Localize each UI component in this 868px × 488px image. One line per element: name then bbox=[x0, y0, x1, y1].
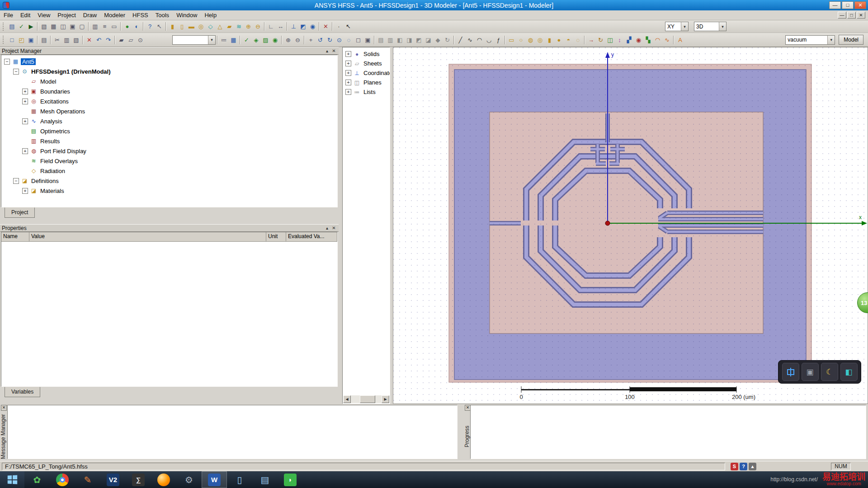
delete-icon[interactable]: ✕ bbox=[321, 22, 330, 31]
properties-column-name[interactable]: Name bbox=[1, 232, 29, 241]
view-front-icon[interactable]: ◩ bbox=[414, 35, 424, 45]
tree-node-definitions-label[interactable]: Definitions bbox=[30, 178, 60, 184]
view-mode-combo-arrow-icon[interactable]: ▾ bbox=[719, 22, 726, 31]
tree-node-materials-label[interactable]: Materials bbox=[39, 188, 66, 194]
perfect-e-boundary-icon[interactable]: ▮ bbox=[168, 22, 177, 31]
edit-cs-icon[interactable]: ◉ bbox=[308, 22, 317, 31]
show-hide-icon[interactable]: ◉ bbox=[270, 35, 280, 45]
sweep-axis-icon[interactable]: ◠ bbox=[653, 35, 662, 45]
master-boundary-icon[interactable]: ⊕ bbox=[244, 22, 253, 31]
menu-hfss[interactable]: HFSS bbox=[129, 11, 152, 19]
draw-torus-icon[interactable]: ◌ bbox=[573, 35, 583, 45]
minimize-button[interactable]: — bbox=[829, 1, 841, 9]
boolean-unite-icon[interactable]: ● bbox=[123, 22, 132, 31]
undo-icon[interactable]: ↶ bbox=[94, 35, 104, 45]
status-ime-icon[interactable]: S bbox=[731, 463, 738, 470]
taskbar-app-pen[interactable]: ✎ bbox=[75, 471, 100, 488]
view-bottom-icon[interactable]: ▥ bbox=[386, 35, 395, 45]
tree-node-port-field-display[interactable]: +◍Port Field Display bbox=[1, 146, 337, 156]
tree-node-excitations-label[interactable]: Excitations bbox=[39, 98, 70, 105]
analyze-all-icon[interactable]: ▶ bbox=[26, 22, 36, 31]
tree-node-definitions[interactable]: −◪Definitions bbox=[1, 176, 337, 186]
pan-icon[interactable]: + bbox=[306, 35, 316, 45]
tree-node-model-label[interactable]: Model bbox=[39, 78, 57, 85]
model-tree-solids[interactable]: +●Solids bbox=[343, 49, 390, 59]
open-file-icon[interactable]: ◰ bbox=[17, 35, 26, 45]
zoom-in-icon[interactable]: ⊕ bbox=[283, 35, 293, 45]
tree-node-excitations-expand-toggle[interactable]: + bbox=[22, 99, 28, 104]
menu-modeler[interactable]: Modeler bbox=[100, 11, 129, 19]
draw-cylinder-icon[interactable]: ● bbox=[554, 35, 564, 45]
taskbar-app-v2[interactable]: V2 bbox=[100, 471, 126, 488]
slave-boundary-icon[interactable]: ⊖ bbox=[253, 22, 263, 31]
model-tree-planes-expand-toggle[interactable]: + bbox=[345, 80, 351, 85]
tree-node-boundaries-expand-toggle[interactable]: + bbox=[22, 89, 28, 94]
drawing-plane-combo[interactable]: XY▾ bbox=[665, 22, 689, 31]
tree-node-hfssdesign1-label[interactable]: HFSSDesign1 (DrivenModal) bbox=[30, 68, 112, 75]
model-check-icon[interactable]: ✓ bbox=[242, 35, 251, 45]
fit-selection-icon[interactable]: ▣ bbox=[363, 35, 373, 45]
model-tree-coordinate-label[interactable]: Coordinate bbox=[362, 70, 390, 76]
tree-node-boundaries[interactable]: +▣Boundaries bbox=[1, 86, 337, 96]
draw-spline-icon[interactable]: ∿ bbox=[465, 35, 475, 45]
move-icon[interactable]: → bbox=[586, 35, 596, 45]
tree-node-mesh-operations-label[interactable]: Mesh Operations bbox=[39, 108, 86, 115]
menu-window[interactable]: Window bbox=[173, 11, 201, 19]
taskbar-start-button[interactable] bbox=[0, 471, 24, 488]
tree-node-results-label[interactable]: Results bbox=[39, 138, 61, 145]
select-mode-icon[interactable]: ⊙ bbox=[136, 35, 145, 45]
draw-box-icon[interactable]: ▮ bbox=[545, 35, 554, 45]
scroll-right-arrow[interactable]: ▶ bbox=[382, 395, 389, 403]
panel-collapse-button[interactable]: ▴ bbox=[324, 48, 330, 53]
material-combo-arrow-icon[interactable]: ▾ bbox=[827, 36, 835, 44]
pml-boundary-icon[interactable]: ▰ bbox=[225, 22, 234, 31]
grid-display-icon[interactable]: ▦ bbox=[229, 35, 238, 45]
tree-node-optimetrics[interactable]: ▤Optimetrics bbox=[1, 126, 337, 136]
view-top-icon[interactable]: ▤ bbox=[376, 35, 386, 45]
attributes-icon[interactable]: ≔ bbox=[219, 35, 229, 45]
drawing-plane-combo-arrow-icon[interactable]: ▾ bbox=[681, 22, 688, 31]
mdi-minimize-button[interactable]: — bbox=[838, 12, 846, 19]
status-tray-icon[interactable]: ▴ bbox=[749, 463, 756, 470]
panel-close-button[interactable]: ✕ bbox=[1, 405, 7, 411]
rotate-icon[interactable]: ↻ bbox=[596, 35, 605, 45]
copy-screen-icon[interactable]: ▥ bbox=[90, 22, 100, 31]
view-orient-icon[interactable]: ↻ bbox=[443, 35, 452, 45]
draw-line-icon[interactable]: ╱ bbox=[456, 35, 465, 45]
tab-variables[interactable]: Variables bbox=[5, 387, 40, 397]
tree-node-mesh-operations[interactable]: ▦Mesh Operations bbox=[1, 106, 337, 116]
arrow-mode-icon[interactable]: ↖ bbox=[344, 22, 353, 31]
menu-project[interactable]: Project bbox=[54, 11, 79, 19]
radiation-boundary-icon[interactable]: ◎ bbox=[196, 22, 206, 31]
wrap-sheet-icon[interactable]: A bbox=[675, 35, 685, 45]
model-tree-sheets-expand-toggle[interactable]: + bbox=[345, 61, 351, 66]
float-window-button[interactable]: ▣ bbox=[802, 363, 819, 381]
model-tree-lists[interactable]: +≔Lists bbox=[343, 87, 390, 97]
menu-view[interactable]: View bbox=[34, 11, 54, 19]
properties-column-evaluated-va[interactable]: Evaluated Va... bbox=[286, 232, 337, 241]
taskbar-device[interactable]: ▤ bbox=[252, 471, 278, 488]
menu-help[interactable]: Help bbox=[201, 11, 220, 19]
model-tree-sheets[interactable]: +▱Sheets bbox=[343, 59, 390, 68]
split-window-icon[interactable]: ◫ bbox=[58, 22, 68, 31]
rotate-view-y-icon[interactable]: ↻ bbox=[325, 35, 335, 45]
symmetry-boundary-icon[interactable]: ≋ bbox=[234, 22, 244, 31]
draw-sphere-icon[interactable]: ◓ bbox=[564, 35, 573, 45]
zoom-window-icon[interactable]: ◌ bbox=[344, 35, 354, 45]
tree-node-materials[interactable]: +◪Materials bbox=[1, 186, 337, 196]
tree-node-analysis-expand-toggle[interactable]: + bbox=[22, 118, 28, 124]
properties-column-unit[interactable]: Unit bbox=[266, 232, 286, 241]
panel-close-button[interactable]: ✕ bbox=[331, 48, 337, 53]
taskbar-phone[interactable]: ▯ bbox=[227, 471, 252, 488]
model-tree-solids-label[interactable]: Solids bbox=[362, 51, 381, 57]
new-file-icon[interactable]: □ bbox=[7, 35, 17, 45]
taskbar-app-sigma[interactable]: ∑ bbox=[126, 471, 151, 488]
lumped-port-icon[interactable]: △ bbox=[215, 22, 225, 31]
draw-3pt-arc-icon[interactable]: ◡ bbox=[484, 35, 494, 45]
tab-project[interactable]: Project bbox=[5, 207, 35, 218]
close-window-icon[interactable]: ▢ bbox=[77, 22, 87, 31]
pick-help-icon[interactable]: ↖ bbox=[155, 22, 164, 31]
mdi-close-button[interactable]: ✕ bbox=[857, 12, 865, 19]
perfect-h-boundary-icon[interactable]: ▯ bbox=[177, 22, 187, 31]
finite-conductivity-icon[interactable]: ▬ bbox=[187, 22, 196, 31]
